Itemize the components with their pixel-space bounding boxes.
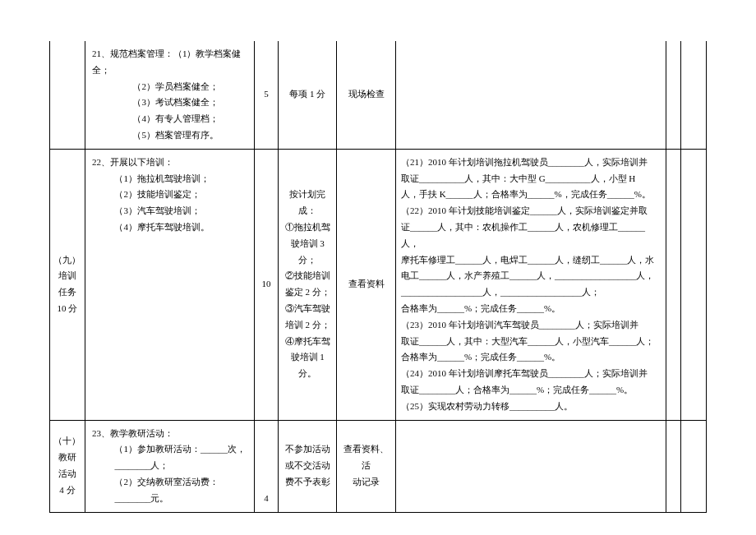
- table-row: （十） 教研 活动 4 分 23、教学教研活动： （1）参加教研活动：_____…: [50, 420, 707, 512]
- criteria-line: 或不交活动: [282, 458, 334, 474]
- section-line: （十）: [53, 433, 81, 450]
- method-line: 查看资料、活: [340, 441, 392, 474]
- criteria-line: ②技能培训: [282, 268, 334, 284]
- item-subtext: （5）档案管理有序。: [92, 127, 251, 144]
- item-subtext: （3）汽车驾驶培训；: [92, 203, 251, 219]
- blank-cell: [681, 149, 707, 420]
- section-line: 培训: [53, 268, 81, 284]
- detail-line: __________________人，__________________人；: [401, 284, 661, 301]
- item-subtext: （4）有专人管理档；: [92, 111, 251, 127]
- criteria-cell: 每项 1 分: [278, 41, 337, 149]
- score-cell: 4: [255, 420, 279, 512]
- assessment-table: 21、规范档案管理：（1）教学档案健全； （2）学员档案健全； （3）考试档案健…: [49, 41, 707, 513]
- criteria-cell: 不参加活动 或不交活动 费不予表彰: [278, 420, 337, 512]
- method-cell: 现场检查: [337, 41, 396, 149]
- blank-cell: [666, 420, 680, 512]
- section-cell: （九） 培训 任务 10 分: [50, 149, 85, 420]
- detail-line: 取证________人；合格率为______%；完成任务______%。: [401, 382, 661, 399]
- detail-line: 取证__________人，其中：大中型 G__________人，小型 H: [401, 171, 661, 187]
- item-text: 22、开展以下培训：: [92, 157, 173, 167]
- section-cell: （十） 教研 活动 4 分: [50, 420, 85, 512]
- item-subtext: （1）拖拉机驾驶培训；: [92, 171, 251, 187]
- item-cell: 22、开展以下培训： （1）拖拉机驾驶培训； （2）技能培训鉴定； （3）汽车驾…: [85, 149, 254, 420]
- item-subtext: （3）考试档案健全；: [92, 95, 251, 111]
- criteria-line: 培训 2 分；: [282, 317, 334, 334]
- method-cell: 查看资料、活 动记录: [337, 420, 396, 512]
- item-subtext: （2）学员档案健全；: [92, 79, 251, 95]
- detail-line: 电工______人，水产养殖工______人，_________________…: [401, 268, 661, 284]
- table-row: （九） 培训 任务 10 分 22、开展以下培训： （1）拖拉机驾驶培训； （2…: [50, 149, 707, 420]
- detail-line: （25）实现农村劳动力转移__________人。: [401, 399, 661, 415]
- detail-line: 人，手扶 K______人；合格率为______%，完成任务______%。: [401, 187, 661, 203]
- detail-cell: [395, 420, 666, 512]
- section-line: 任务: [53, 284, 81, 301]
- item-cell: 23、教学教研活动： （1）参加教研活动：______次，________人； …: [85, 420, 254, 512]
- detail-line: 取证______人，其中：大型汽车______人，小型汽车______人；: [401, 334, 661, 350]
- detail-cell: （21）2010 年计划培训拖拉机驾驶员________人，实际培训并 取证__…: [395, 149, 666, 420]
- criteria-line: 鉴定 2 分；: [282, 284, 334, 301]
- method-cell: 查看资料: [337, 149, 396, 420]
- section-line: 活动: [53, 466, 81, 482]
- item-text: 23、教学教研活动：: [92, 428, 173, 438]
- criteria-line: 费不予表彰: [282, 474, 334, 491]
- detail-line: （22）2010 年计划技能培训鉴定______人，实际培训鉴定并取: [401, 203, 661, 219]
- item-subtext: （2）技能培训鉴定；: [92, 187, 251, 203]
- item-text: 21、规范档案管理：（1）教学档案健全；: [92, 48, 242, 75]
- detail-line: 合格率为______%；完成任务______%。: [401, 301, 661, 317]
- detail-line: （21）2010 年计划培训拖拉机驾驶员________人，实际培训并: [401, 155, 661, 171]
- detail-line: （24）2010 年计划培训摩托车驾驶员________人；实际培训并: [401, 366, 661, 382]
- blank-cell: [666, 149, 680, 420]
- criteria-line: 不参加活动: [282, 441, 334, 458]
- criteria-line: ①拖拉机驾: [282, 219, 334, 236]
- item-cell: 21、规范档案管理：（1）教学档案健全； （2）学员档案健全； （3）考试档案健…: [85, 41, 254, 149]
- criteria-line: ④摩托车驾: [282, 334, 334, 350]
- section-line: 教研: [53, 450, 81, 466]
- score-cell: 10: [255, 149, 279, 420]
- detail-line: 摩托车修理工______人，电焊工______人，缝纫工______人，水: [401, 252, 661, 269]
- criteria-line: 按计划完成：: [282, 187, 334, 219]
- detail-line: 证______人，其中：农机操作工______人，农机修理工______人，: [401, 219, 661, 252]
- section-line: （九）: [53, 252, 81, 269]
- criteria-cell: 按计划完成： ①拖拉机驾 驶培训 3 分； ②技能培训 鉴定 2 分； ③汽车驾…: [278, 149, 337, 420]
- detail-line: 合格率为______%；完成任务______%。: [401, 349, 661, 366]
- blank-cell: [666, 41, 680, 149]
- detail-line: （23）2010 年计划培训汽车驾驶员________人；实际培训并: [401, 317, 661, 334]
- item-subtext: （1）参加教研活动：______次，________人；: [92, 441, 251, 474]
- criteria-line: 驶培训 1 分。: [282, 349, 334, 382]
- section-line: 10 分: [53, 301, 81, 317]
- score-cell: 5: [255, 41, 279, 149]
- section-cell: [50, 41, 85, 149]
- criteria-line: ③汽车驾驶: [282, 301, 334, 317]
- detail-cell: [395, 41, 666, 149]
- table-row: 21、规范档案管理：（1）教学档案健全； （2）学员档案健全； （3）考试档案健…: [50, 41, 707, 149]
- criteria-line: 驶培训 3 分；: [282, 236, 334, 269]
- item-subtext: （4）摩托车驾驶培训。: [92, 219, 251, 236]
- method-line: 动记录: [340, 474, 392, 491]
- section-line: 4 分: [53, 482, 81, 499]
- item-subtext: （2）交纳教研室活动费：________元。: [92, 474, 251, 507]
- blank-cell: [681, 41, 707, 149]
- blank-cell: [681, 420, 707, 512]
